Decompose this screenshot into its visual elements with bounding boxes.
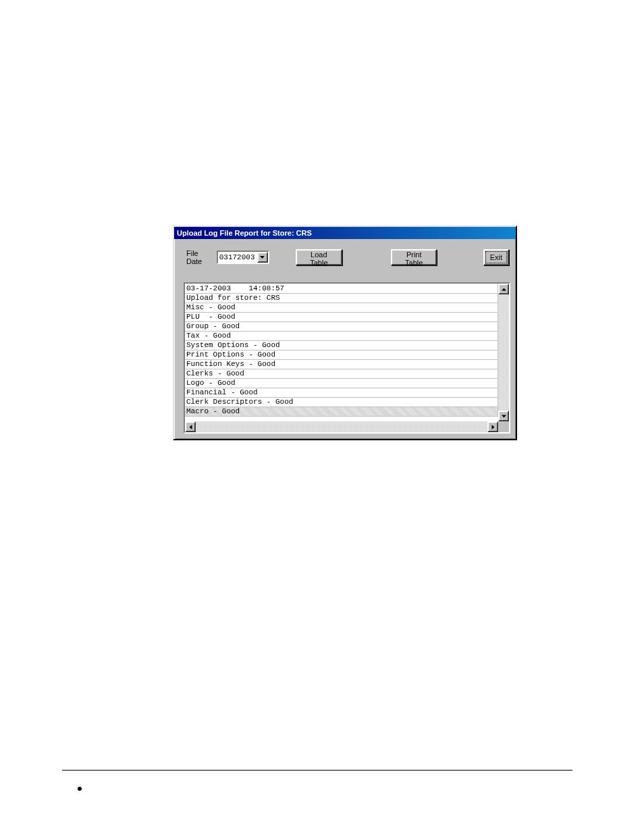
log-row[interactable]: Clerk Descriptors - Good: [185, 397, 498, 407]
log-cell: Upload for store: CRS: [185, 293, 498, 303]
bullet-icon: [78, 787, 82, 791]
upload-log-window: Upload Log File Report for Store: CRS Fi…: [173, 226, 517, 440]
log-row[interactable]: Clerks - Good: [185, 369, 498, 378]
arrow-left-icon: [188, 425, 193, 429]
log-cell: 03-17-2003 14:08:57: [185, 284, 498, 293]
log-row[interactable]: System Options - Good: [185, 340, 498, 350]
scroll-corner: [498, 421, 509, 432]
print-table-button[interactable]: Print Table: [391, 249, 437, 265]
file-date-input[interactable]: [218, 252, 257, 263]
log-row[interactable]: Group - Good: [185, 321, 498, 331]
load-table-button[interactable]: Load Table: [296, 249, 343, 265]
log-row[interactable]: Print Options - Good: [185, 350, 498, 359]
window-title: Upload Log File Report for Store: CRS: [177, 229, 312, 237]
exit-button[interactable]: Exit: [483, 249, 509, 265]
file-date-dropdown-button[interactable]: [257, 252, 268, 263]
log-cell: Clerk Descriptors - Good: [185, 397, 498, 407]
arrow-down-icon: [502, 414, 506, 419]
log-cell: Macro - Good: [185, 407, 498, 416]
titlebar: Upload Log File Report for Store: CRS: [174, 227, 516, 239]
log-row[interactable]: Tax - Good: [185, 331, 498, 340]
arrow-right-icon: [491, 425, 495, 429]
log-row[interactable]: Logo - Good: [185, 378, 498, 388]
log-cell: Financial - Good: [185, 388, 498, 397]
log-cell: Print Options - Good: [185, 350, 498, 359]
horizontal-scrollbar[interactable]: [185, 421, 498, 432]
arrow-up-icon: [502, 287, 506, 292]
scroll-left-button[interactable]: [185, 421, 196, 432]
vertical-scrollbar[interactable]: [498, 284, 509, 421]
toolbar: File Date Load Table Print Table Exit: [181, 246, 509, 269]
log-cell: Group - Good: [185, 321, 498, 331]
file-date-label: File Date: [186, 249, 214, 265]
log-area: 03-17-2003 14:08:57Upload for store: CRS…: [184, 282, 510, 434]
file-date-combo[interactable]: [217, 251, 269, 264]
scroll-up-button[interactable]: [498, 284, 509, 294]
log-table: 03-17-2003 14:08:57Upload for store: CRS…: [185, 284, 498, 417]
log-cell: Logo - Good: [185, 378, 498, 388]
log-row[interactable]: Macro - Good: [185, 407, 498, 416]
log-cell: Clerks - Good: [185, 369, 498, 378]
log-cell: Tax - Good: [185, 331, 498, 340]
log-row[interactable]: Misc - Good: [185, 303, 498, 312]
log-cell: PLU - Good: [185, 312, 498, 321]
log-cell: Misc - Good: [185, 303, 498, 312]
log-row[interactable]: Financial - Good: [185, 388, 498, 397]
log-row[interactable]: PLU - Good: [185, 312, 498, 321]
scroll-track-horizontal[interactable]: [196, 421, 487, 432]
log-cell: Function Keys - Good: [185, 359, 498, 369]
log-row[interactable]: Function Keys - Good: [185, 359, 498, 369]
chevron-down-icon: [260, 256, 265, 259]
scroll-right-button[interactable]: [487, 421, 498, 432]
scroll-down-button[interactable]: [498, 411, 509, 421]
log-row[interactable]: Upload for store: CRS: [185, 293, 498, 303]
log-row[interactable]: 03-17-2003 14:08:57: [185, 284, 498, 293]
client-area: File Date Load Table Print Table Exit 03…: [174, 239, 516, 439]
log-cell: System Options - Good: [185, 340, 498, 350]
scroll-track-vertical[interactable]: [498, 294, 509, 411]
page-divider: [62, 770, 572, 771]
log-viewport[interactable]: 03-17-2003 14:08:57Upload for store: CRS…: [185, 284, 498, 421]
